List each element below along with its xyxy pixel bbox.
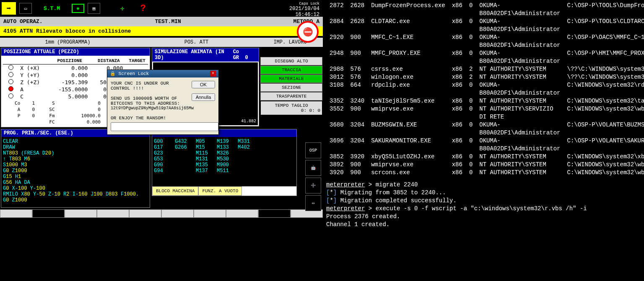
sim-buttons: DISEGNO ALTOTRACCIAMATERIALESEZIONETRASP… — [260, 57, 323, 101]
osp-icon[interactable]: OSP — [305, 142, 321, 158]
process-row: 36963204SAKURAMONITOR.EXEx860OKUMA-B80A0… — [326, 137, 644, 153]
home-arrow-button[interactable]: ➡ — [2, 2, 16, 15]
axis-radio[interactable] — [8, 86, 13, 91]
process-row: 2920900MMFC_C~1.EXEx860OKUMA-B80A02DF1\A… — [326, 34, 644, 49]
term-line: Process 2376 created. — [326, 213, 400, 220]
alarm-bar: 4105 ATTN Rilevato blocco in collisione — [0, 26, 323, 36]
close-icon[interactable]: × — [210, 71, 216, 77]
ok-button[interactable]: OK — [192, 81, 215, 88]
sim-button[interactable]: MATERIALE — [260, 75, 322, 83]
program-line: DRAW — [3, 144, 148, 150]
axis-radio[interactable] — [8, 79, 13, 84]
cnc-panel: ➡ ▭ S.T.M ◉ ▤ ✛ ? Caps Lock 2021/10/04 1… — [0, 0, 323, 281]
process-row: 28842628CLDTARC.exex860OKUMA-B80A02DF1\A… — [326, 18, 644, 34]
top-toolbar: ➡ ▭ S.T.M ◉ ▤ ✛ ? Caps Lock 2021/10/04 1… — [0, 0, 323, 17]
program-line: G56 HA DA — [3, 180, 148, 186]
tempo-taglio: TEMPO TAGLIO 0: 0: 0 — [261, 101, 322, 115]
process-row: 3108664rdpclip.exex860OKUMA-B80A02DF1\Ad… — [326, 81, 644, 97]
doc-icon[interactable]: ▤ — [88, 3, 100, 14]
terminal-pane[interactable]: 28722628DumpFrozenProcess.exex860OKUMA-B… — [323, 0, 644, 281]
process-row: 3892900wmiprvse.exex860NT AUTHORITY\SYST… — [326, 161, 644, 169]
mode-label: AUTO OPERAZ. — [3, 18, 43, 25]
stop-icon: ⛔ — [297, 21, 319, 43]
process-row: 28722628DumpFrozenProcess.exex860OKUMA-B… — [326, 2, 644, 18]
program-line: RMILO X80 Y-50 Z-10 R2 I-160 J100 D803 F… — [3, 191, 148, 197]
bloco-button[interactable]: BLOCO MACCHINA — [152, 186, 198, 196]
crosshair-icon[interactable]: ✛ — [120, 4, 125, 13]
sim-button[interactable]: SEZIONE — [260, 83, 322, 92]
side-icons: OSP 🤖 ➕ ▭ — [305, 142, 321, 211]
file-label: TEST.MIN — [155, 18, 181, 25]
screen-lock-dialog: 🔒 Screen Lock × OK Annulla YOUR CNC IS U… — [107, 70, 219, 135]
program-line: G0 X-100 Y-100 — [3, 186, 148, 191]
cancel-button[interactable]: Annulla — [192, 93, 215, 101]
help-icon[interactable]: ? — [140, 3, 146, 14]
process-row: 36803204BUZMSGWIN.EXEx860OKUMA-B80A02DF1… — [326, 121, 644, 137]
state-row: G17G266M15M133M402 — [154, 144, 295, 150]
process-row: 2988576csrss.exex862NT AUTHORITY\SYSTEM\… — [326, 65, 644, 73]
sim-button[interactable]: DISEGNO ALTO — [260, 57, 322, 65]
program-panel: PROG. PRIN./SEC. (ESE.)0 NT803 2 CLEARDR… — [1, 129, 150, 208]
program-line: G0 Z1000 — [3, 197, 148, 203]
state-row: G23M115M326 — [154, 150, 295, 156]
process-row: 3012576winlogon.exex862NT AUTHORITY\SYST… — [326, 73, 644, 81]
process-row: 38523920xbyQS5L1utOZHJ.exex860NT AUTHORI… — [326, 153, 644, 161]
process-row: 3920900scrcons.exex860NT AUTHORITY\SYSTE… — [326, 169, 644, 177]
process-row: 33523240taNISej8lSr5m5.exex860NT AUTHORI… — [326, 97, 644, 105]
state-row: G00G432M05M139M331 — [154, 139, 295, 144]
gcode-status: G00G432M05M139M331G17G266M15M133M402G23M… — [152, 137, 296, 186]
program-line: CLEAR — [3, 139, 148, 144]
term-line: Migrating from 3852 to 2240... — [340, 189, 446, 196]
program-line: G0 Z1000 — [3, 168, 148, 174]
ransom-address: 12t9YDPgwupZ9NyMgw519p7AA8sij65Mw — [111, 106, 215, 111]
softkey-bar[interactable] — [0, 209, 323, 218]
term-line: Migration completed successfully. — [340, 197, 457, 204]
program-line: S1000 M3 — [3, 162, 148, 168]
state-row: G94M137M511 — [154, 168, 295, 174]
clock: Caps Lock 2021/10/04 16:46:12 — [289, 2, 319, 18]
state-row: G53M131M530 — [154, 156, 295, 162]
axis-radio[interactable] — [8, 72, 13, 77]
axis-radio[interactable] — [8, 65, 13, 70]
info-bar: 1mm (PROGRAMMA) POS. ATT IMP. LAVORO — [0, 38, 323, 47]
process-table: 28722628DumpFrozenProcess.exex860OKUMA-B… — [326, 2, 644, 177]
mode-bar: AUTO OPERAZ. TEST.MIN METODO A — [0, 17, 323, 26]
meterpreter-prompt: meterpreter — [326, 205, 365, 212]
sim-button[interactable]: TRACCIA — [260, 66, 322, 74]
plus-icon[interactable]: ➕ — [305, 178, 321, 193]
ransom-input[interactable] — [111, 122, 218, 131]
dialog-titlebar[interactable]: 🔒 Screen Lock × — [107, 70, 218, 77]
funz-vuoto-button[interactable]: FUNZ. A VUOTO — [198, 186, 242, 196]
program-line: ↑ T803 M6 — [3, 156, 148, 162]
program-line: NT803 (FRESA D20) — [3, 150, 148, 156]
process-row: 3552900wmiprvse.exex860NT AUTHORITY\SERV… — [326, 105, 644, 121]
state-row: G90M135M900 — [154, 162, 295, 168]
term-line: Channel 1 created. — [326, 221, 390, 228]
folder-icon[interactable]: ▭ — [19, 3, 32, 14]
process-row: 2948900MMFC_PROXY.EXEx860OKUMA-B80A02DF1… — [326, 49, 644, 65]
meterpreter-prompt: meterpreter — [326, 181, 365, 188]
stm-label: S.T.M — [44, 5, 60, 12]
program-line: G15 H1 — [3, 174, 148, 180]
machine-state-panel: STATO MACCHINA G00G432M05M139M331G17G266… — [152, 129, 297, 196]
camera-icon[interactable]: ◉ — [72, 4, 84, 13]
sim-button[interactable]: TRASPARENTE — [260, 92, 322, 101]
axis-radio[interactable] — [8, 93, 13, 98]
ransom-line3: OR ENJOY THE RANSOM! — [111, 116, 215, 121]
program-listing[interactable]: CLEARDRAWNT803 (FRESA D20)↑ T803 M6S1000… — [1, 137, 150, 207]
windows-icon[interactable]: ▭ — [305, 195, 321, 211]
robot-icon[interactable]: 🤖 — [305, 160, 321, 176]
